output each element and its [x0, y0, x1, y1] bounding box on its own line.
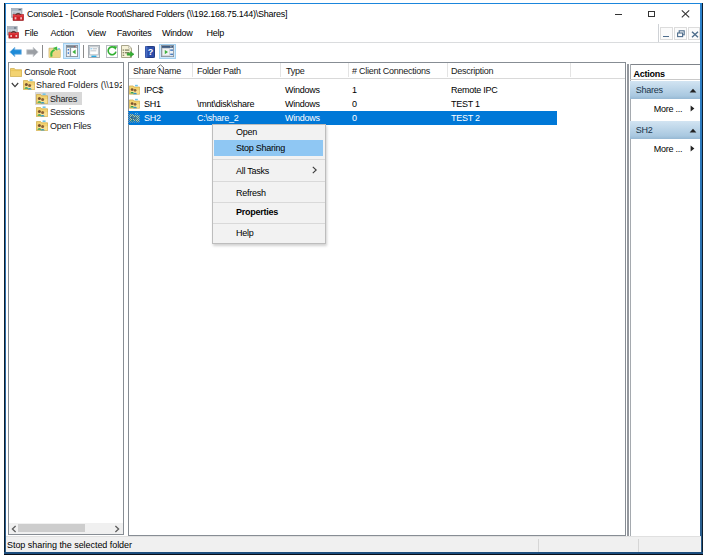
- svg-text:?: ?: [148, 47, 154, 57]
